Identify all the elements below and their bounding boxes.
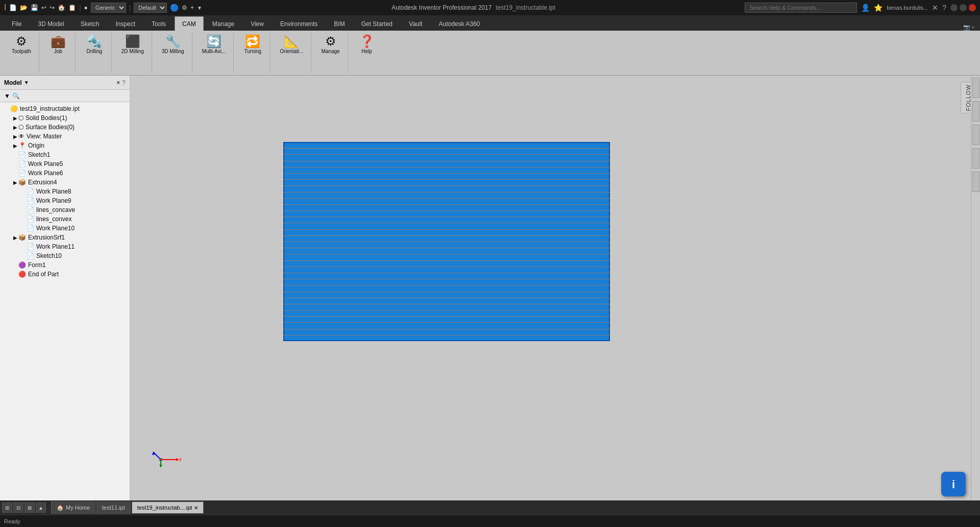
tree-item-icon: 📄 xyxy=(27,252,34,259)
tree-item[interactable]: ▶ 📦 ExtrusionSrf1 xyxy=(0,233,130,242)
tab-environments[interactable]: Environments xyxy=(273,16,325,31)
manage-ribbon-button[interactable]: ⚙ Manage xyxy=(317,33,343,57)
tree-expand-icon[interactable]: ▶ xyxy=(12,143,18,149)
titlebar: I 📄 📂 💾 ↩ ↪ 🏠 📋 | ● Generic | Default 🔵 … xyxy=(0,0,980,15)
close-button[interactable] xyxy=(969,4,976,11)
restore-button[interactable] xyxy=(960,4,967,11)
tree-item[interactable]: 🔴 End of Part xyxy=(0,270,130,279)
drilling-button[interactable]: 🔩 Drilling xyxy=(82,33,107,57)
tab-bim[interactable]: BIM xyxy=(326,16,352,31)
tree-expand-icon[interactable]: ▶ xyxy=(12,180,18,185)
tree-expand-icon[interactable]: ▶ xyxy=(12,115,18,121)
model-panel: Model ▼ × ? ▼ 🔍 🟡 test19_instructable.ip… xyxy=(0,76,130,500)
tree-item[interactable]: 🟡 test19_instructable.ipt xyxy=(0,104,130,113)
tree-item[interactable]: ▶ 📍 Origin xyxy=(0,141,130,150)
orbit-button[interactable] xyxy=(972,101,979,122)
workspace-dropdown[interactable]: Generic xyxy=(91,3,126,13)
hatch-line xyxy=(283,316,610,317)
tree-expand-icon[interactable]: ▶ xyxy=(12,125,18,130)
separator1: | xyxy=(79,4,81,11)
cam-dropdown[interactable]: ▼ xyxy=(970,25,976,31)
tile-horizontal-button[interactable]: ⊟ xyxy=(13,502,23,513)
tree-item-label: ExtrusionSrf1 xyxy=(28,234,65,241)
undo-icon[interactable]: ↩ xyxy=(41,4,46,11)
tab-view[interactable]: View xyxy=(243,16,272,31)
tree-item[interactable]: 📄 Work Plane5 xyxy=(0,159,130,169)
collapse-panel-icon[interactable]: × xyxy=(116,79,120,86)
new-window-button[interactable]: ⊞ xyxy=(2,502,12,513)
orientation-button[interactable]: 📐 Orientati... xyxy=(276,33,307,57)
tree-item[interactable]: 📄 Sketch10 xyxy=(0,251,130,260)
redo-icon[interactable]: ↪ xyxy=(50,4,55,11)
3dmilling-button[interactable]: 🔧 3D Milling xyxy=(158,33,188,57)
tree-item[interactable]: 📄 Work Plane9 xyxy=(0,196,130,205)
display-dropdown[interactable]: Default xyxy=(134,3,167,13)
tab-test19-close[interactable]: ✕ xyxy=(194,505,198,511)
zoom-button[interactable] xyxy=(972,148,979,169)
tree-item[interactable]: 📄 Work Plane10 xyxy=(0,224,130,233)
tab-test11[interactable]: test11.ipt xyxy=(96,501,131,514)
tree-item-icon: 🟡 xyxy=(10,105,18,112)
tree-item[interactable]: 📄 lines_concave xyxy=(0,205,130,214)
tree-item[interactable]: 📄 lines_convex xyxy=(0,214,130,224)
panel-help-icon[interactable]: ? xyxy=(122,79,126,86)
tab-file[interactable]: File xyxy=(4,16,29,31)
tab-my-home[interactable]: 🏠 My Home xyxy=(51,501,95,514)
help-icon[interactable]: ? xyxy=(942,4,946,12)
tab-a360[interactable]: Autodesk A360 xyxy=(431,16,488,31)
tab-tools[interactable]: Tools xyxy=(144,16,174,31)
pan-button[interactable] xyxy=(972,125,979,145)
tree-item[interactable]: 📄 Work Plane11 xyxy=(0,242,130,251)
tab-vault[interactable]: Vault xyxy=(401,16,430,31)
job-button[interactable]: 💼 Job xyxy=(45,33,71,57)
fit-button[interactable] xyxy=(972,172,979,192)
tree-item[interactable]: ▶ 📦 Extrusion4 xyxy=(0,178,130,187)
test19-tab-label: test19_instructab....ipt xyxy=(137,505,192,511)
hatch-line xyxy=(283,204,610,205)
view-cube-button[interactable] xyxy=(972,78,979,98)
tree-expand-icon[interactable]: ▶ xyxy=(12,235,18,241)
tree-item-icon: 📦 xyxy=(18,234,26,241)
tree-item[interactable]: ▶ ⬡ Surface Bodies(0) xyxy=(0,123,130,132)
tree-item[interactable]: 📄 Work Plane8 xyxy=(0,187,130,196)
tab-manage[interactable]: Manage xyxy=(205,16,242,31)
filter-icon[interactable]: ▼ xyxy=(4,92,10,100)
tree-item[interactable]: 📄 Sketch1 xyxy=(0,150,130,159)
search-tree-icon[interactable]: 🔍 xyxy=(12,92,20,100)
app-title: Autodesk Inventor Professional 2017 xyxy=(391,4,492,11)
tab-sketch[interactable]: Sketch xyxy=(73,16,107,31)
job-icon: 💼 xyxy=(51,35,66,47)
ribbon-panel: ⚙ Toolpath 💼 Job 🔩 Drilling ⬛ 2D Milling… xyxy=(0,31,980,76)
tree-item[interactable]: ▶ ⬡ Solid Bodies(1) xyxy=(0,113,130,123)
tab-test19[interactable]: test19_instructab....ipt ✕ xyxy=(132,501,204,514)
tile-vertical-button[interactable]: ⊠ xyxy=(24,502,35,513)
tab-getstarted[interactable]: Get Started xyxy=(354,16,400,31)
hatch-line xyxy=(283,304,610,304)
multiaxi-label: Multi-Axi... xyxy=(202,49,226,54)
tab-inspect[interactable]: Inspect xyxy=(108,16,143,31)
2dmilling-button[interactable]: ⬛ 2D Milling xyxy=(118,33,148,57)
tree-item[interactable]: 📄 Work Plane6 xyxy=(0,169,130,178)
toolpath-button[interactable]: ⚙ Toolpath xyxy=(8,33,35,57)
tree-item[interactable]: 🟣 Form1 xyxy=(0,260,130,270)
multiaxi-button[interactable]: 🔄 Multi-Axi... xyxy=(199,33,230,57)
tree-expand-icon[interactable]: ▶ xyxy=(12,134,18,139)
svg-text:X: X xyxy=(179,457,181,463)
inventor-badge[interactable]: i xyxy=(941,472,966,496)
tab-3dmodel[interactable]: 3D Model xyxy=(30,16,71,31)
tab-cam[interactable]: CAM xyxy=(175,16,204,31)
titlebar-left: I 📄 📂 💾 ↩ ↪ 🏠 📋 | ● Generic | Default 🔵 … xyxy=(4,3,202,13)
turning-button[interactable]: 🔁 Turning xyxy=(240,33,265,57)
cascade-button[interactable]: ▲ xyxy=(36,502,46,513)
hatch-line xyxy=(283,298,610,298)
part-face xyxy=(283,142,610,341)
ribbon-group-3dmilling: 🔧 3D Milling xyxy=(154,33,192,73)
tree-item-icon: 📄 xyxy=(27,188,34,195)
model-dropdown-icon[interactable]: ▼ xyxy=(24,80,29,85)
help-ribbon-button[interactable]: ❓ Help xyxy=(354,33,380,57)
model-controls: × ? xyxy=(116,79,126,86)
tree-item[interactable]: ▶ 👁 View: Master xyxy=(0,132,130,141)
search-input[interactable] xyxy=(745,3,857,13)
minimize-button[interactable] xyxy=(950,4,958,11)
hatch-line xyxy=(283,254,610,254)
